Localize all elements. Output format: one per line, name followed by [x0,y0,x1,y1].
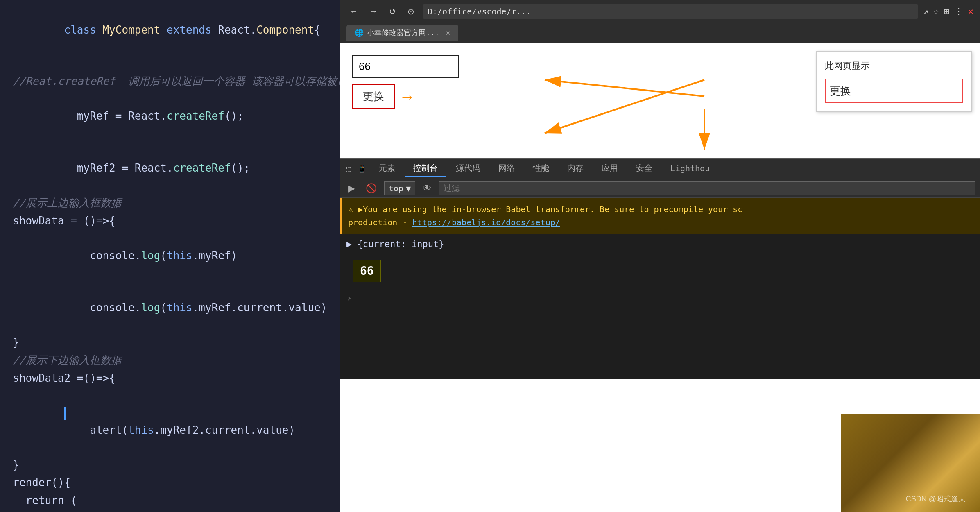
code-editor: class MyCompent extends React.Component{… [0,0,340,512]
warning-link[interactable]: https://babeljs.io/docs/setup/ [412,217,560,227]
devtools-toolbar: ▶ 🚫 top ▼ 👁 [340,179,980,198]
code-line: render(){ [0,474,340,492]
webpage-area: 更换 ⟶ 此网页显示 更换 [340,43,980,158]
bookmark-icon: ☆ [933,6,939,16]
code-line: console.log(this.myRef) [0,230,340,282]
play-button[interactable]: ▶ [345,181,358,195]
object-expand-icon: ▶ [346,239,358,249]
warning-continuation: production - [348,217,412,227]
code-line: } [0,334,340,352]
code-line: } [0,456,340,474]
object-text: {current: input} [358,239,444,249]
code-line: alert(this.myRef2.current.value) [0,387,340,456]
code-line: //展示上边输入框数据 [0,194,340,212]
devtools-panel: ⬚ 📱 元素 控制台 源代码 网络 性能 内存 应用 安全 Lighthou ▶… [340,158,980,379]
share-icon: ↗ [923,6,928,16]
refresh-button[interactable]: ↺ [386,5,399,18]
address-text: D:/office/vscode/r... [428,7,531,16]
tab-sources[interactable]: 源代码 [448,160,489,177]
arrow-right-indicator: ⟶ [403,89,411,104]
tab-favicon: 🌐 [355,28,364,37]
code-line: //展示下边输入框数据 [0,351,340,369]
csdn-watermark: CSDN @昭式逢天... [906,494,972,504]
tab-performance[interactable]: 性能 [525,160,557,177]
main-container: class MyCompent extends React.Component{… [0,0,980,512]
code-line: <div> [0,510,340,512]
webpage-button[interactable]: 更换 [352,84,395,109]
tab-bar: 🌐 小幸修改器官方网... ✕ [340,23,980,43]
browser-tab-active[interactable]: 🌐 小幸修改器官方网... ✕ [346,25,458,41]
block-button[interactable]: 🚫 [362,181,380,195]
code-line: return ( [0,492,340,510]
code-line [0,56,340,72]
chevron-down-icon: ▼ [406,184,411,193]
filter-input[interactable] [439,181,975,195]
code-line: myRef2 = React.createRef(); [0,142,340,194]
browser-icons: ↗ ☆ ⊞ ⋮ ✕ [923,6,973,16]
code-line: showData2 =()=>{ [0,369,340,387]
menu-icon: ⋮ [954,6,963,16]
tab-label: 小幸修改器官方网... [367,28,439,38]
bottom-thumbnail: CSDN @昭式逢天... [841,414,980,512]
code-line: class MyCompent extends React.Component{ [0,4,340,56]
tab-lighthouse[interactable]: Lighthou [662,161,718,177]
eye-button[interactable]: 👁 [419,181,435,195]
inspect-icon[interactable]: ⬚ [344,162,353,175]
console-object[interactable]: ▶ {current: input} [340,234,980,254]
tab-memory[interactable]: 内存 [559,160,592,177]
code-line: //Reat.createRef 调用后可以返回一个容器 该容器可以存储被ref… [0,72,340,91]
browser-panel: ← → ↺ ⊙ D:/office/vscode/r... ↗ ☆ ⊞ ⋮ ✕ … [340,0,980,512]
tab-console[interactable]: 控制台 [405,160,446,177]
prompt-chevron: › [346,293,352,303]
webpage-main-input[interactable] [352,55,459,78]
console-output: ⚠ ▶You are using the in-browser Babel tr… [340,198,980,379]
forward-button[interactable]: → [366,5,381,18]
console-output-value: 66 [353,260,381,282]
tab-close[interactable]: ✕ [446,28,450,37]
console-value-row: 66 [340,254,980,288]
code-line: console.log(this.myRef.current.value) [0,282,340,334]
tab-security[interactable]: 安全 [628,160,661,177]
close-icon: ✕ [968,6,973,16]
address-bar: D:/office/vscode/r... [423,4,918,19]
code-content: class MyCompent extends React.Component{… [0,0,340,512]
devtools-tabs: ⬚ 📱 元素 控制台 源代码 网络 性能 内存 应用 安全 Lighthou [340,159,980,179]
tab-network[interactable]: 网络 [490,160,523,177]
tooltip-popup: 此网页显示 更换 [816,51,972,112]
code-line: myRef = React.createRef(); [0,90,340,142]
tooltip-input-box: 更换 [825,79,963,103]
warning-text: ▶You are using the in-browser Babel tran… [358,204,742,214]
device-icon[interactable]: 📱 [355,162,369,175]
home-button[interactable]: ⊙ [404,5,418,18]
tooltip-title: 此网页显示 [825,60,963,72]
warning-icon: ⚠ [348,204,358,214]
top-dropdown[interactable]: top ▼ [384,181,415,195]
tab-elements[interactable]: 元素 [371,160,403,177]
page-content: 更换 ⟶ 此网页显示 更换 [340,43,980,512]
console-warning: ⚠ ▶You are using the in-browser Babel tr… [340,198,980,234]
back-button[interactable]: ← [346,5,361,18]
console-prompt[interactable]: › [340,288,980,308]
browser-chrome: ← → ↺ ⊙ D:/office/vscode/r... ↗ ☆ ⊞ ⋮ ✕ [340,0,980,23]
code-line: showData = ()=>{ [0,212,340,230]
tab-application[interactable]: 应用 [593,160,626,177]
extensions-icon: ⊞ [944,6,949,16]
